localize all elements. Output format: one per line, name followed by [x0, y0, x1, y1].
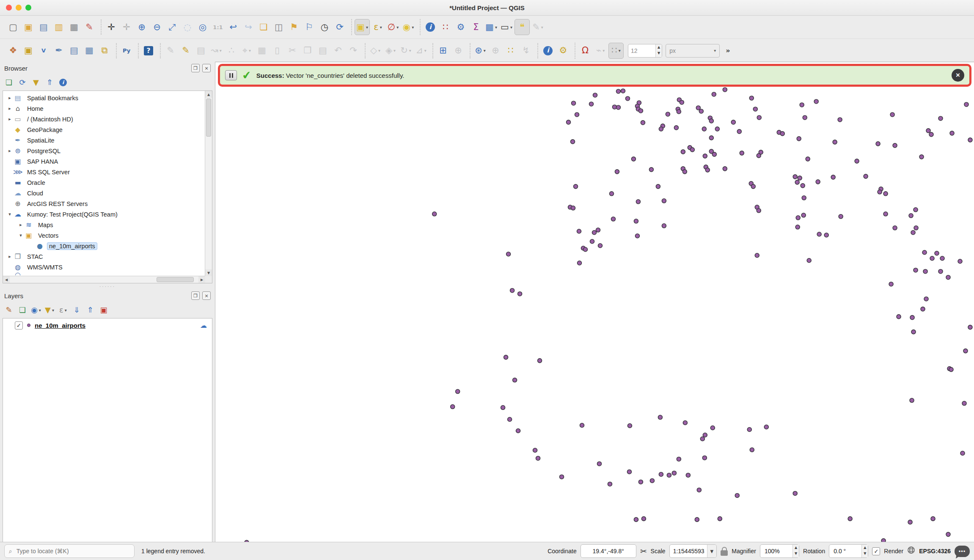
- align-rasters-button[interactable]: ⊞: [436, 43, 450, 58]
- toggle-editing-button[interactable]: ✎: [179, 43, 193, 58]
- layer-row-ne_10m_airports[interactable]: ✓ne_10m_airports☁: [3, 318, 212, 332]
- layers-float-button[interactable]: ❐: [191, 291, 200, 300]
- highlight-pinned-labels-button[interactable]: ∷: [504, 43, 518, 58]
- browser-properties[interactable]: i: [57, 76, 69, 89]
- tree-item-ms-sql-server[interactable]: ⋙MS SQL Server: [3, 167, 205, 177]
- refresh-map-button[interactable]: ⟳: [333, 19, 347, 35]
- tree-expand-arrow-icon[interactable]: ▸: [17, 222, 24, 228]
- magnifier-steppers[interactable]: ▲▼: [792, 545, 799, 557]
- scroll-up-icon[interactable]: ▲: [205, 91, 212, 98]
- enable-snapping-button[interactable]: Ω: [578, 43, 592, 58]
- browser-collapse-all-button[interactable]: ⇑: [44, 76, 55, 89]
- show-layout-manager-button[interactable]: ▦: [67, 19, 81, 35]
- open-data-source-manager-button[interactable]: ❖: [6, 43, 20, 58]
- add-postgis-layer-button[interactable]: ▤: [67, 43, 81, 58]
- zoom-in-button[interactable]: ⊕: [135, 19, 149, 35]
- tree-expand-arrow-icon[interactable]: ▸: [6, 106, 13, 111]
- crs-indicator[interactable]: EPSG:4326: [919, 548, 951, 555]
- tree-expand-arrow-icon[interactable]: ▾: [17, 233, 24, 238]
- tree-expand-arrow-icon[interactable]: ▸: [6, 95, 13, 101]
- tree-item-sap-hana[interactable]: ▣SAP HANA: [3, 156, 205, 167]
- add-delimited-text-layer-button[interactable]: V: [36, 43, 51, 58]
- crs-globe-icon[interactable]: [907, 546, 915, 556]
- dropdown-arrow-icon[interactable]: ▾: [495, 25, 497, 30]
- remove-layer-group-button[interactable]: ▣: [98, 304, 110, 316]
- show-spatial-bookmarks-button[interactable]: ⚐: [302, 19, 316, 35]
- rotation-steppers[interactable]: ▲▼: [861, 545, 868, 557]
- map-tips-button[interactable]: ❝: [515, 19, 530, 35]
- add-spatialite-layer-button[interactable]: ✒: [52, 43, 66, 58]
- dropdown-arrow-icon[interactable]: ▾: [393, 48, 396, 53]
- move-label-diagram-button[interactable]: ⊛▾: [473, 43, 487, 58]
- scroll-left-icon[interactable]: ◀: [3, 276, 10, 283]
- locator-search-field[interactable]: ⌕: [4, 544, 135, 558]
- add-vector-layer-button[interactable]: ▣: [21, 43, 36, 58]
- browser-close-button[interactable]: ×: [202, 64, 211, 72]
- pause-messages-button[interactable]: [225, 70, 237, 80]
- dropdown-arrow-icon[interactable]: ▾: [510, 25, 512, 30]
- browser-horizontal-scrollbar[interactable]: ◀ ▶: [3, 276, 205, 283]
- tree-expand-arrow-icon[interactable]: ▾: [6, 211, 13, 217]
- zoom-out-button[interactable]: ⊖: [150, 19, 164, 35]
- toolbar-overflow-button[interactable]: »: [726, 47, 730, 55]
- dropdown-arrow-icon[interactable]: ▾: [484, 48, 486, 53]
- dropdown-arrow-icon[interactable]: ▾: [52, 308, 54, 313]
- expand-all-layers-button[interactable]: ⇓: [71, 304, 83, 316]
- tree-item-kumoy-test-project-qgis-team[interactable]: ▾☁Kumoy: Test Project(QGIS Team): [3, 209, 205, 220]
- browser-refresh-button[interactable]: ⟳: [17, 76, 28, 89]
- rotation-input[interactable]: [833, 547, 861, 555]
- symbol-size-spinbox[interactable]: ▲▼: [628, 44, 662, 58]
- collapse-all-layers-button[interactable]: ⇑: [84, 304, 96, 316]
- coordinate-box[interactable]: [581, 544, 636, 558]
- new-project-button[interactable]: ▢: [6, 19, 20, 35]
- dropdown-arrow-icon[interactable]: ▾: [412, 25, 414, 30]
- tree-item-geopackage[interactable]: ◆GeoPackage: [3, 124, 205, 135]
- dropdown-arrow-icon[interactable]: ▾: [378, 48, 380, 53]
- identify-tool[interactable]: i: [541, 43, 555, 58]
- temporal-controller-panel-button[interactable]: ◷: [317, 19, 332, 35]
- statistical-summary-button[interactable]: Σ: [469, 19, 483, 35]
- python-console-button[interactable]: Py: [119, 43, 134, 58]
- select-features-by-expression-button[interactable]: ε▾: [371, 19, 385, 35]
- scroll-down-icon[interactable]: ▼: [205, 269, 212, 276]
- dropdown-arrow-icon[interactable]: ▾: [409, 48, 411, 53]
- browser-add-selected-layers-button[interactable]: ❏: [3, 76, 15, 89]
- tree-item-oracle[interactable]: ▬Oracle: [3, 177, 205, 188]
- open-layer-styling-panel-button[interactable]: ✎: [3, 304, 15, 316]
- layer-name[interactable]: ne_10m_airports: [35, 322, 85, 329]
- browser-vertical-scrollbar[interactable]: ▲ ▼: [205, 91, 212, 276]
- dropdown-arrow-icon[interactable]: ▾: [39, 308, 41, 313]
- dropdown-arrow-icon[interactable]: ▾: [366, 25, 368, 30]
- processing-toolbox-button[interactable]: ⚙: [454, 19, 468, 35]
- horizontal-scroll-thumb[interactable]: [157, 277, 194, 282]
- manage-map-themes-button[interactable]: ◉▾: [30, 304, 42, 316]
- close-message-button[interactable]: ×: [952, 69, 964, 82]
- help-contents[interactable]: ?: [141, 43, 156, 58]
- project-properties-wrench-button[interactable]: ⚙: [556, 43, 570, 58]
- messages-bubble-icon[interactable]: •••: [955, 546, 970, 557]
- tree-item-cloud[interactable]: ☁Cloud: [3, 188, 205, 198]
- coordinate-input[interactable]: [584, 547, 633, 555]
- scroll-right-icon[interactable]: ▶: [198, 276, 205, 283]
- magnifier-input[interactable]: [764, 547, 792, 555]
- dropdown-arrow-icon[interactable]: ▾: [220, 48, 222, 53]
- add-virtual-layer-button[interactable]: ⧉: [97, 43, 112, 58]
- tree-expand-arrow-icon[interactable]: ▸: [6, 148, 13, 154]
- tree-expand-arrow-icon[interactable]: ▸: [6, 254, 13, 259]
- new-3d-map-view-button[interactable]: ◫: [272, 19, 286, 35]
- open-project-button[interactable]: ▣: [21, 19, 36, 35]
- layer-visibility-checkbox[interactable]: ✓: [15, 321, 23, 329]
- style-manager-button[interactable]: ✎: [82, 19, 96, 35]
- chevron-down-icon[interactable]: ▼: [707, 545, 717, 557]
- browser-filter-button[interactable]: ▼: [30, 76, 42, 89]
- tree-item-postgresql[interactable]: ▸⊚PostgreSQL: [3, 145, 205, 156]
- select-features-by-rectangle-button[interactable]: ▣▾: [355, 19, 370, 35]
- dropdown-arrow-icon[interactable]: ▾: [424, 48, 426, 53]
- symbol-size-input[interactable]: [628, 47, 655, 54]
- vertical-scroll-thumb[interactable]: [206, 99, 211, 137]
- layers-close-button[interactable]: ×: [202, 291, 211, 300]
- add-group-button[interactable]: ❏: [17, 304, 28, 316]
- add-raster-layer-button[interactable]: ▦: [82, 43, 96, 58]
- tree-item-home[interactable]: ▸⌂Home: [3, 103, 205, 114]
- zoom-full-extent-button[interactable]: ⤢: [165, 19, 179, 35]
